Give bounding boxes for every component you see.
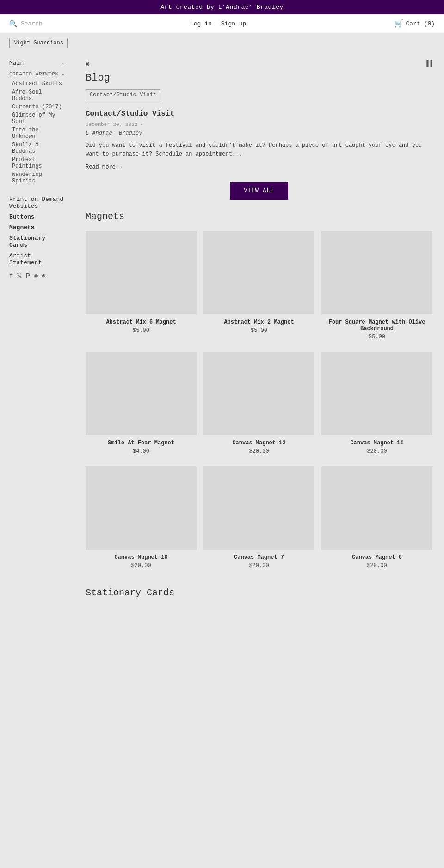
- product-name: Four Square Magnet with Olive Background: [321, 319, 432, 332]
- slide-pause-button[interactable]: ▐▐: [425, 60, 432, 68]
- sidebar-item-glimpse[interactable]: Glimpse of My Soul: [9, 111, 65, 126]
- product-price: $5.00: [86, 327, 197, 334]
- slide-dot[interactable]: ◉: [86, 60, 89, 68]
- product-price: $20.00: [204, 448, 314, 455]
- social-links: f 𝕏 𝗣 ◉ ⊕: [9, 272, 65, 280]
- blog-post: Contact/Studio Visit December 20, 2022 •…: [86, 110, 432, 170]
- product-name: Canvas Magnet 7: [204, 554, 314, 561]
- stationary-heading: Stationary Cards: [86, 587, 432, 598]
- product-image: [86, 352, 197, 435]
- product-price: $20.00: [321, 562, 432, 569]
- instagram-icon[interactable]: ◉: [34, 272, 37, 280]
- signup-link[interactable]: Sign up: [221, 20, 247, 27]
- read-more-link[interactable]: Read more →: [86, 164, 122, 170]
- cart-icon: 🛒: [394, 19, 403, 28]
- sidebar-item-currents[interactable]: Currents (2017): [9, 103, 65, 111]
- banner-text: Art created by L'Andrae' Bradley: [160, 4, 284, 11]
- product-card-canvas-10[interactable]: Canvas Magnet 10 $20.00: [86, 466, 197, 574]
- blog-post-excerpt: Did you want to visit a festival and cou…: [86, 141, 432, 159]
- product-name: Canvas Magnet 12: [204, 440, 314, 446]
- sidebar-item-into-unknown[interactable]: Into the Unknown: [9, 126, 65, 141]
- cart-area[interactable]: 🛒 Cart (0): [394, 19, 435, 28]
- blog-heading: Blog: [86, 72, 432, 84]
- slideshow-controls: ◉ ▐▐: [86, 60, 432, 68]
- product-card-canvas-12[interactable]: Canvas Magnet 12 $20.00: [204, 352, 314, 459]
- content-area: ◉ ▐▐ Blog Contact/Studio Visit Contact/S…: [74, 53, 444, 605]
- product-card-canvas-6[interactable]: Canvas Magnet 6 $20.00: [321, 466, 432, 574]
- product-name: Abstract Mix 6 Magnet: [86, 319, 197, 325]
- magnets-grid: Abstract Mix 6 Magnet $5.00 Abstract Mix…: [86, 231, 432, 574]
- product-image: [204, 231, 314, 314]
- sidebar-item-protest-paintings[interactable]: Protest Paintings: [9, 156, 65, 170]
- sidebar-item-buttons[interactable]: Buttons: [9, 213, 65, 220]
- product-card-canvas-11[interactable]: Canvas Magnet 11 $20.00: [321, 352, 432, 459]
- sidebar-item-wandering-spirits[interactable]: Wandering Spirits: [9, 170, 65, 185]
- blog-section: Blog Contact/Studio Visit Contact/Studio…: [86, 72, 432, 170]
- sidebar-main-dash: -: [61, 60, 65, 67]
- header-nav: Log in Sign up: [190, 20, 246, 27]
- sidebar-main-label: Main: [9, 60, 24, 67]
- product-name: Canvas Magnet 11: [321, 440, 432, 446]
- product-price: $5.00: [204, 327, 314, 334]
- product-image: [204, 466, 314, 550]
- magnets-section: Magnets Abstract Mix 6 Magnet $5.00 Abst…: [86, 211, 432, 574]
- breadcrumb-tag[interactable]: Night Guardians: [9, 38, 68, 48]
- sidebar-main-toggle[interactable]: Main -: [9, 60, 65, 67]
- product-name: Abstract Mix 2 Magnet: [204, 319, 314, 325]
- product-card-four-square[interactable]: Four Square Magnet with Olive Background…: [321, 231, 432, 345]
- sidebar-item-abstract-skulls[interactable]: Abstract Skulls: [9, 80, 65, 88]
- product-card-abstract-mix-2[interactable]: Abstract Mix 2 Magnet $5.00: [204, 231, 314, 345]
- product-image: [86, 231, 197, 314]
- product-card-abstract-mix-6[interactable]: Abstract Mix 6 Magnet $5.00: [86, 231, 197, 345]
- pinterest-icon[interactable]: 𝗣: [25, 272, 30, 280]
- product-price: $20.00: [321, 448, 432, 455]
- twitter-icon[interactable]: 𝕏: [17, 272, 22, 280]
- sidebar-created-artwork-toggle: -: [62, 71, 65, 77]
- stationary-section: Stationary Cards: [86, 587, 432, 598]
- product-price: $5.00: [321, 334, 432, 340]
- search-label[interactable]: Search: [21, 20, 43, 27]
- product-image: [86, 466, 197, 550]
- cart-label: Cart (0): [406, 20, 435, 27]
- blog-post-date: December 20, 2022: [86, 122, 137, 127]
- sidebar: Main - CREATED ARTWORK - Abstract Skulls…: [0, 53, 74, 605]
- sidebar-item-artist-statement[interactable]: Artist Statement: [9, 252, 65, 266]
- blog-post-title: Contact/Studio Visit: [86, 110, 432, 118]
- product-image: [321, 466, 432, 550]
- sidebar-item-stationary-cards[interactable]: Stationary Cards: [9, 235, 65, 249]
- blog-post-meta: December 20, 2022 •: [86, 122, 432, 127]
- product-price: $4.00: [86, 448, 197, 455]
- magnets-heading: Magnets: [86, 211, 432, 222]
- product-image: [321, 231, 432, 314]
- view-all-button[interactable]: VIEW ALL: [230, 182, 288, 200]
- facebook-icon[interactable]: f: [9, 272, 13, 280]
- blog-post-dot: •: [140, 122, 143, 127]
- view-all-container: VIEW ALL: [86, 182, 432, 200]
- header: 🔍 Search Log in Sign up 🛒 Cart (0): [0, 14, 444, 33]
- sidebar-item-print-on-demand[interactable]: Print on Demand Websites: [9, 196, 65, 210]
- top-banner: Art created by L'Andrae' Bradley: [0, 0, 444, 14]
- blog-post-author: L'Andrae' Bradley: [86, 130, 432, 137]
- breadcrumb-bar: Night Guardians: [0, 33, 444, 53]
- main-layout: Main - CREATED ARTWORK - Abstract Skulls…: [0, 53, 444, 605]
- header-search-area[interactable]: 🔍 Search: [9, 20, 43, 28]
- product-name: Canvas Magnet 6: [321, 554, 432, 561]
- sidebar-created-artwork-section[interactable]: CREATED ARTWORK -: [9, 71, 65, 77]
- product-price: $20.00: [204, 562, 314, 569]
- sidebar-item-afro-soul-buddha[interactable]: Afro-Soul Buddha: [9, 88, 65, 103]
- sidebar-item-magnets[interactable]: Magnets: [9, 224, 65, 231]
- product-image: [321, 352, 432, 435]
- sidebar-item-skulls-buddhas[interactable]: Skulls & Buddhas: [9, 141, 65, 156]
- product-card-smile-at-fear[interactable]: Smile At Fear Magnet $4.00: [86, 352, 197, 459]
- product-card-canvas-7[interactable]: Canvas Magnet 7 $20.00: [204, 466, 314, 574]
- blog-filter[interactable]: Contact/Studio Visit: [86, 89, 160, 100]
- product-name: Smile At Fear Magnet: [86, 440, 197, 446]
- rss-icon[interactable]: ⊕: [42, 272, 45, 280]
- sidebar-created-artwork-label: CREATED ARTWORK: [9, 71, 59, 77]
- login-link[interactable]: Log in: [190, 20, 212, 27]
- search-icon: 🔍: [9, 20, 17, 28]
- product-name: Canvas Magnet 10: [86, 554, 197, 561]
- product-image: [204, 352, 314, 435]
- product-price: $20.00: [86, 562, 197, 569]
